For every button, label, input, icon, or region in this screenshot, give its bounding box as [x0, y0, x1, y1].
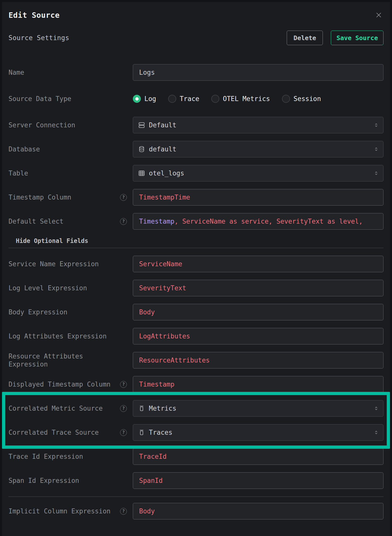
field-row-span-id-expression: Span Id ExpressionSpanId: [9, 472, 383, 489]
service-name-expression-input[interactable]: ServiceName: [133, 256, 383, 272]
help-icon[interactable]: ?: [120, 218, 127, 225]
name-input[interactable]: Logs: [133, 64, 383, 81]
help-icon[interactable]: ?: [120, 405, 127, 412]
select-value: default: [149, 145, 369, 153]
radio-circle: [211, 95, 219, 103]
field-value-col: SeverityText: [133, 280, 383, 296]
field-label-col: Body Expression: [9, 308, 127, 316]
chevron-updown-icon: [373, 146, 379, 152]
input-value: ServiceName: [139, 260, 182, 268]
field-label: Source Data Type: [9, 95, 71, 103]
field-row-resource-attributes-expression: Resource Attributes ExpressionResourceAt…: [9, 352, 383, 369]
radio-option-log[interactable]: Log: [133, 95, 156, 103]
field-label-col: Table: [9, 169, 127, 177]
field-value-col: SpanId: [133, 472, 383, 489]
input-value: SpanId: [139, 477, 163, 484]
body-expression-input[interactable]: Body: [133, 304, 383, 320]
log-level-expression-input[interactable]: SeverityText: [133, 280, 383, 296]
field-label: Resource Attributes Expression: [9, 352, 114, 369]
field-label: Displayed Timestamp Column: [9, 380, 111, 389]
log-attributes-expression-input[interactable]: LogAttributes: [133, 328, 383, 344]
field-value-col: TraceId: [133, 448, 383, 465]
help-icon[interactable]: ?: [120, 381, 127, 388]
field-label-col: Default Select?: [9, 217, 127, 226]
field-value-col: Logs: [133, 64, 383, 81]
field-label: Server Connection: [9, 121, 75, 129]
field-label: Table: [9, 169, 28, 177]
input-value: ResourceAttributes: [139, 356, 210, 364]
chevron-updown-icon: [373, 429, 379, 435]
page-title: Edit Source: [9, 11, 60, 20]
radio-circle: [133, 95, 141, 103]
field-label: Default Select: [9, 217, 63, 226]
field-label: Database: [9, 145, 40, 153]
radio-circle: [282, 95, 290, 103]
field-row-default-select: Default Select?Timestamp, ServiceName as…: [9, 213, 383, 230]
resource-attributes-expression-input[interactable]: ResourceAttributes: [133, 352, 383, 369]
radio-option-session[interactable]: Session: [282, 95, 321, 103]
field-row-name: NameLogs: [9, 64, 383, 81]
span-id-expression-input[interactable]: SpanId: [133, 472, 383, 489]
field-value-col: Timestamp, ServiceName as service, Sever…: [133, 213, 383, 230]
hide-optional-fields-toggle[interactable]: Hide Optional Fields: [16, 237, 383, 245]
field-value-col: Timestamp: [133, 376, 383, 393]
implicit-column-expression-input[interactable]: Body: [133, 503, 383, 519]
field-label: Log Attributes Expression: [9, 332, 107, 340]
chevron-updown-icon: [373, 405, 379, 411]
trace-id-expression-input[interactable]: TraceId: [133, 448, 383, 465]
field-row-implicit-column-expression: Implicit Column Expression?Body: [9, 503, 383, 519]
field-label-col: Log Attributes Expression: [9, 332, 127, 340]
radio-option-otel-metrics[interactable]: OTEL Metrics: [211, 95, 270, 103]
radio-option-trace[interactable]: Trace: [168, 95, 199, 103]
field-value-col: Default: [133, 117, 383, 133]
input-value: LogAttributes: [139, 332, 190, 340]
input-value: Body: [139, 308, 155, 316]
save-source-button[interactable]: Save Source: [331, 31, 383, 45]
field-label-col: Timestamp Column?: [9, 193, 127, 202]
field-value-col: Body: [133, 503, 383, 519]
box-icon: [138, 405, 145, 412]
field-row-log-level-expression: Log Level ExpressionSeverityText: [9, 280, 383, 296]
field-label: Correlated Metric Source: [9, 404, 103, 413]
header-actions: Delete Save Source: [287, 31, 383, 45]
help-icon[interactable]: ?: [120, 508, 127, 515]
displayed-timestamp-column-input[interactable]: Timestamp: [133, 376, 383, 393]
delete-button[interactable]: Delete: [287, 31, 323, 45]
field-value-col: Traces: [133, 424, 383, 441]
select-value: otel_logs: [149, 169, 369, 177]
input-value: Body: [139, 507, 155, 515]
radio-label: Session: [293, 95, 321, 103]
field-label-col: Resource Attributes Expression: [9, 352, 127, 369]
input-value: TimestampTime: [139, 194, 190, 201]
source-settings-header: Source Settings Delete Save Source: [9, 31, 383, 45]
correlated-metric-source-select[interactable]: Metrics: [133, 400, 383, 417]
field-row-service-name-expression: Service Name ExpressionServiceName: [9, 256, 383, 272]
radio-label: Trace: [180, 95, 199, 103]
field-row-correlated-metric-source: Correlated Metric Source?Metrics: [9, 400, 383, 417]
field-label-col: Log Level Expression: [9, 284, 127, 292]
field-label: Implicit Column Expression: [9, 507, 111, 515]
divider: [9, 496, 383, 497]
field-label-col: Name: [9, 68, 127, 77]
field-label: Timestamp Column: [9, 193, 71, 202]
server-connection-select[interactable]: Default: [133, 117, 383, 133]
input-value: Logs: [139, 69, 155, 76]
field-row-database: Databasedefault: [9, 141, 383, 157]
default-select-input[interactable]: Timestamp, ServiceName as service, Sever…: [133, 213, 383, 230]
help-icon[interactable]: ?: [120, 194, 127, 201]
correlated-trace-source-select[interactable]: Traces: [133, 424, 383, 441]
database-select[interactable]: default: [133, 141, 383, 157]
expression-part: , ServiceName as service, SeverityText a…: [174, 218, 363, 225]
field-row-correlated-trace-source: Correlated Trace Source?Traces: [9, 424, 383, 441]
server-icon: [138, 122, 145, 129]
select-value: Traces: [149, 429, 369, 436]
field-value-col: ServiceName: [133, 256, 383, 272]
close-icon[interactable]: [374, 10, 383, 20]
field-label-col: Service Name Expression: [9, 260, 127, 268]
help-icon[interactable]: ?: [120, 429, 127, 436]
table-select[interactable]: otel_logs: [133, 165, 383, 182]
field-value-col: Body: [133, 304, 383, 320]
radio-label: OTEL Metrics: [223, 95, 270, 103]
field-label-col: Trace Id Expression: [9, 453, 127, 461]
timestamp-column-input[interactable]: TimestampTime: [133, 189, 383, 206]
